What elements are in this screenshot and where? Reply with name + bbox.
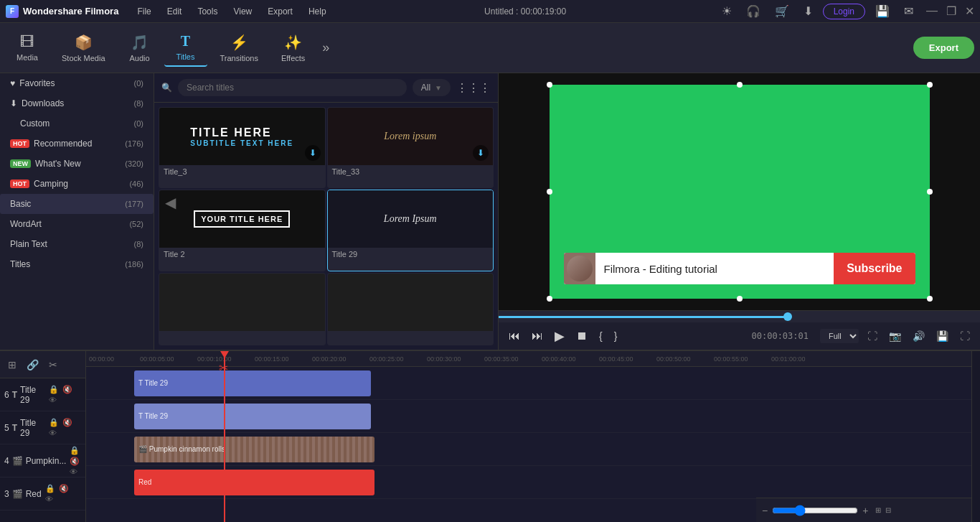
- track-mute-5[interactable]: 🔇: [62, 417, 73, 428]
- cart-icon[interactable]: 🛒: [771, 3, 793, 19]
- title-card-title2[interactable]: YOUR TITLE HERE Title 2: [159, 190, 326, 271]
- toolbar-effects[interactable]: ✨ Effects: [271, 29, 315, 67]
- track-num-6: 6: [4, 390, 9, 400]
- track-eye-5[interactable]: 👁: [48, 428, 57, 438]
- toolbar-titles[interactable]: T Titles: [164, 29, 207, 67]
- zoom-out-button[interactable]: −: [762, 505, 768, 516]
- zoom-in-button[interactable]: +: [862, 505, 868, 516]
- sidebar-item-recommended[interactable]: HOT Recommended (176): [0, 134, 154, 154]
- headset-icon[interactable]: 🎧: [742, 3, 765, 19]
- handle-tm[interactable]: [737, 82, 743, 88]
- handle-bm[interactable]: [737, 296, 743, 302]
- handle-tl[interactable]: [547, 82, 552, 88]
- stop-button[interactable]: ⏹: [573, 327, 590, 345]
- menu-edit[interactable]: Edit: [160, 4, 189, 19]
- link-button[interactable]: 🔗: [24, 357, 41, 373]
- magnetic-button[interactable]: ✂: [47, 357, 60, 373]
- filter-dropdown[interactable]: All ▼: [413, 79, 451, 96]
- toolbar-more-button[interactable]: »: [318, 36, 334, 60]
- handle-bl[interactable]: [547, 296, 552, 302]
- sidebar-item-downloads[interactable]: ⬇ Downloads (8): [0, 93, 154, 113]
- project-title: Untitled : 00:00:19:00: [334, 6, 717, 17]
- track-mute-6[interactable]: 🔇: [62, 384, 73, 395]
- track-mute-4[interactable]: 🔇: [69, 456, 80, 467]
- title-card-empty1[interactable]: [159, 273, 326, 345]
- toolbar-media[interactable]: 🎞 Media: [6, 29, 49, 66]
- login-button[interactable]: Login: [823, 4, 865, 19]
- sidebar-item-plain-text[interactable]: Plain Text (8): [0, 234, 154, 254]
- mark-in-icon[interactable]: {: [596, 327, 606, 345]
- sidebar-item-favorites[interactable]: ♥ Favorites (0): [0, 73, 154, 93]
- toolbar-transitions[interactable]: ⚡ Transitions: [210, 29, 268, 67]
- clip-red[interactable]: Red: [134, 470, 374, 495]
- export-button[interactable]: Export: [913, 37, 974, 59]
- track-icon-3: 🎬: [12, 489, 23, 499]
- search-input[interactable]: [178, 79, 407, 96]
- track-lock-5[interactable]: 🔒: [48, 417, 60, 428]
- preview-timeline-bar[interactable]: [499, 311, 980, 322]
- quality-select[interactable]: Full: [820, 329, 859, 343]
- save-icon[interactable]: 💾: [871, 3, 894, 19]
- play-button[interactable]: ▶: [552, 325, 567, 347]
- track-eye-4[interactable]: 👁: [69, 467, 78, 477]
- title3-download-icon[interactable]: ⬇: [305, 145, 321, 161]
- sidebar-item-basic[interactable]: Basic (177): [0, 194, 154, 214]
- sidebar-item-wordart[interactable]: WordArt (52): [0, 214, 154, 234]
- download-icon[interactable]: ⬇: [799, 3, 817, 19]
- menu-view[interactable]: View: [226, 4, 259, 19]
- maximize-button[interactable]: ❐: [946, 4, 956, 18]
- menu-file[interactable]: File: [130, 4, 158, 19]
- mark-out-icon[interactable]: }: [611, 327, 621, 345]
- email-icon[interactable]: ✉: [900, 3, 918, 19]
- timeline-thumb[interactable]: [783, 312, 792, 321]
- toolbar-stock[interactable]: 📦 Stock Media: [52, 29, 116, 67]
- close-button[interactable]: ✕: [965, 4, 974, 18]
- handle-mr[interactable]: [927, 189, 933, 195]
- sidebar-item-titles[interactable]: Titles (186): [0, 254, 154, 274]
- zoom-slider[interactable]: [772, 505, 858, 516]
- track-eye-6[interactable]: 👁: [48, 395, 57, 405]
- title33-download-icon[interactable]: ⬇: [473, 145, 489, 161]
- track-lock-3[interactable]: 🔒: [44, 483, 56, 494]
- menu-help[interactable]: Help: [301, 4, 334, 19]
- clip-title29-bottom[interactable]: T Title 29: [134, 404, 371, 429]
- title-card-title29[interactable]: Lorem Ipsum Title 29: [327, 190, 494, 271]
- fit-screen-button[interactable]: ⛶: [864, 327, 880, 345]
- snapshot-button[interactable]: 📷: [886, 327, 904, 345]
- skip-back-button[interactable]: ⏮: [506, 327, 523, 345]
- track-label-5: Title 29: [20, 418, 45, 438]
- camping-label: HOT Camping: [10, 179, 68, 189]
- track-eye-3[interactable]: 👁: [44, 494, 54, 504]
- ruler-mark-10: 00:00:50:00: [656, 355, 691, 363]
- add-track-button[interactable]: ⊞: [6, 357, 19, 373]
- handle-br[interactable]: [927, 296, 933, 302]
- fullscreen-button[interactable]: ⛶: [957, 327, 973, 345]
- volume-button[interactable]: 🔊: [910, 327, 928, 345]
- title-card-empty2[interactable]: [327, 273, 494, 345]
- search-icon: 🔍: [161, 83, 172, 93]
- handle-tr[interactable]: [927, 82, 933, 88]
- track-lock-6[interactable]: 🔒: [48, 384, 60, 395]
- timeline-section: ⊞ 🔗 ✂ 6 T Title 29 🔒 🔇 👁 5 T Title 29: [0, 350, 980, 522]
- menu-tools[interactable]: Tools: [190, 4, 225, 19]
- sidebar-item-camping[interactable]: HOT Camping (46): [0, 174, 154, 194]
- overlay-subscribe-button[interactable]: Subscribe: [834, 253, 915, 284]
- title-card-title3[interactable]: TITLE HERESUBTITLE TEXT HERE ⬇ Title_3: [159, 107, 326, 188]
- track-lock-4[interactable]: 🔒: [69, 445, 80, 456]
- step-back-button[interactable]: ⏭: [529, 327, 546, 345]
- sidebar-item-whats-new[interactable]: NEW What's New (320): [0, 154, 154, 174]
- clip-title29-top[interactable]: T Title 29: [134, 370, 371, 396]
- menu-export[interactable]: Export: [260, 4, 300, 19]
- scroll-left-icon[interactable]: ◀: [165, 194, 176, 211]
- clip-pumpkin[interactable]: 🎬 Pumpkin cinnamon rolls: [134, 437, 374, 462]
- sidebar-item-custom[interactable]: Custom (0): [0, 113, 154, 134]
- toolbar-audio[interactable]: 🎵 Audio: [118, 29, 161, 67]
- plain-text-count: (8): [134, 240, 143, 248]
- track-mute-3[interactable]: 🔇: [58, 483, 70, 494]
- handle-ml[interactable]: [547, 189, 552, 195]
- sun-icon[interactable]: ☀: [717, 3, 736, 19]
- save-frame-button[interactable]: 💾: [933, 327, 951, 345]
- minimize-button[interactable]: —: [926, 4, 938, 18]
- grid-view-icon[interactable]: ⋮⋮⋮: [456, 81, 491, 95]
- title-card-title33[interactable]: Lorem ipsum ⬇ Title_33: [327, 107, 494, 188]
